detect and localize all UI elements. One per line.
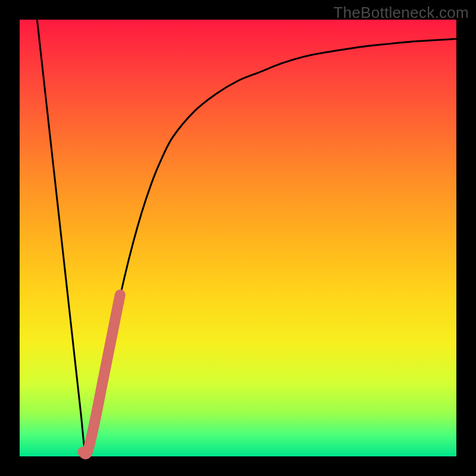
chart-frame: TheBottleneck.com bbox=[0, 0, 476, 476]
chart-svg bbox=[20, 20, 456, 456]
watermark-text: TheBottleneck.com bbox=[333, 4, 469, 22]
highlight-segment bbox=[83, 295, 120, 454]
